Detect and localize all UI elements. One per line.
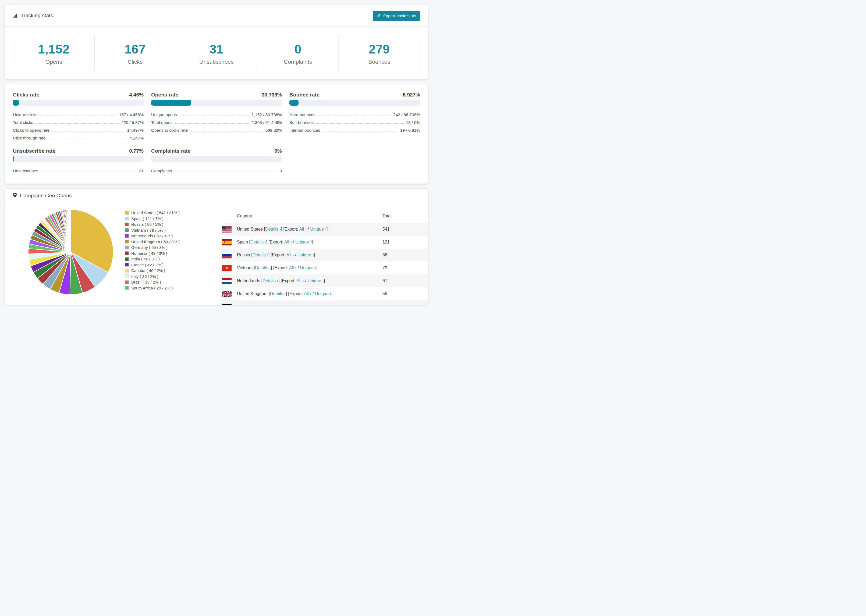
rate-stat-row: Hard bounces 242 / 86.738%	[290, 110, 420, 118]
export-unique-link[interactable]: Unique ›	[302, 304, 318, 305]
stat-label: Opens	[46, 58, 62, 65]
country-name: Netherlands	[237, 278, 260, 283]
rate-stat-label: Unsubscribes	[13, 168, 38, 174]
legend-label: United Kingdom ( 59 / 3% )	[131, 239, 179, 244]
stat-value: 279	[369, 42, 390, 57]
legend-item: Russia ( 86 / 5% )	[125, 222, 213, 227]
export-all-link[interactable]: All ›	[296, 278, 304, 283]
export-all-link[interactable]: All ›	[284, 240, 292, 244]
rate-stat-value: 18 / 0%	[406, 120, 420, 126]
legend-swatch	[125, 234, 129, 238]
table-row-gb: United Kingdom [Details ›] [Export: All …	[220, 287, 428, 300]
legend-label: Vietnam ( 79 / 5% )	[131, 228, 166, 233]
rate-stat-row: Total opens 2,303 / 61.446%	[151, 118, 282, 126]
export-all-link[interactable]: All ›	[304, 291, 312, 296]
details-link[interactable]: Details ›	[257, 304, 273, 305]
legend-label: South Africa ( 29 / 2% )	[131, 286, 173, 290]
progress-bar	[13, 156, 143, 162]
legend-swatch	[125, 269, 129, 272]
legend-item: United States ( 541 / 31% )	[125, 210, 213, 216]
country-cell: United States [Details ›] [Export: All ›…	[237, 227, 383, 232]
rates-grid: Clicks rate 4.46% Unique clicks 167 / 4.…	[13, 92, 420, 174]
stats-summary-row: 1,152 Opens 167 Clicks 31 Unsubscribes 0…	[13, 35, 420, 72]
legend-label: Spain ( 121 / 7% )	[131, 216, 164, 221]
flag-gb-icon	[222, 291, 231, 297]
stat-box-bounces: 279 Bounces	[339, 35, 420, 72]
rate-stat-value: 2,303 / 61.446%	[252, 120, 282, 126]
tracking-stats-card: Tracking stats Export basic stats 1,152 …	[5, 5, 428, 80]
rate-block-complaints-rate: Complaints rate 0% Complaints 0	[151, 148, 282, 174]
flag-nl-icon	[222, 278, 231, 284]
geo-header: Campaign Geo Opens	[5, 189, 428, 203]
geo-title: Campaign Geo Opens	[20, 193, 72, 199]
export-all-link[interactable]: All ›	[299, 227, 307, 231]
legend-swatch	[125, 228, 129, 232]
rate-rows: Unique opens 1,152 / 30.736% Total opens…	[151, 110, 282, 133]
rate-stat-row: Internal bounces 19 / 6.81%	[290, 126, 420, 133]
rate-stat-value: 19 / 6.81%	[400, 128, 420, 133]
total-cell: 86	[383, 253, 428, 258]
table-row-vn: Vietnam [Details ›] [Export: All › / Uni…	[220, 261, 428, 274]
export-basic-stats-button[interactable]: Export basic stats	[373, 11, 420, 21]
legend-label: Italy ( 36 / 2% )	[131, 274, 158, 279]
progress-bar-fill	[290, 100, 299, 105]
table-row-es: Spain [Details ›] [Export: All › / Uniqu…	[220, 236, 428, 248]
country-name: Russia	[237, 253, 250, 257]
rate-stat-value: 4.147%	[129, 136, 143, 141]
country-name: Spain	[237, 240, 248, 244]
details-link[interactable]: Details ›	[250, 240, 266, 244]
export-unique-link[interactable]: Unique ›	[298, 253, 313, 257]
country-name: Germany	[237, 304, 255, 305]
total-cell: 55	[383, 304, 428, 305]
stat-value: 0	[294, 42, 301, 57]
export-unique-link[interactable]: Unique ›	[315, 291, 331, 296]
export-unique-link[interactable]: Unique ›	[295, 240, 312, 244]
rate-stat-row: Total clicks 220 / 5.87%	[13, 118, 143, 126]
rate-stat-value: 689.82%	[265, 128, 282, 133]
legend-item: Canada ( 40 / 2% )	[125, 268, 213, 273]
legend-swatch	[125, 280, 129, 284]
details-link[interactable]: Details ›	[252, 253, 268, 257]
details-link[interactable]: Details ›	[255, 266, 271, 270]
legend-item: Vietnam ( 79 / 5% )	[125, 227, 213, 233]
export-all-link[interactable]: All ›	[289, 266, 297, 270]
country-name: United Kingdom	[237, 291, 268, 296]
export-all-link[interactable]: All ›	[287, 253, 294, 257]
table-row-us: United States [Details ›] [Export: All ›…	[220, 223, 428, 236]
legend-label: France ( 42 / 2% )	[131, 262, 164, 267]
export-icon	[377, 13, 381, 18]
dotted-leader	[35, 123, 119, 124]
rate-stat-row: Click through rate 4.147%	[13, 133, 143, 141]
country-cell: Germany [Details ›] [Export: All › / Uni…	[237, 304, 383, 305]
rate-stat-row: Clicks to opens rate 14.497%	[13, 126, 143, 133]
export-button-label: Export basic stats	[383, 13, 416, 18]
legend-label: United States ( 541 / 31% )	[131, 211, 179, 215]
rate-title: Bounce rate	[290, 92, 320, 98]
rate-stat-label: Opens to clicks rate	[151, 128, 188, 133]
rate-rows: Hard bounces 242 / 86.738% Soft bounces …	[290, 110, 420, 133]
rate-head: Opens rate 30.736%	[151, 92, 282, 98]
export-unique-link[interactable]: Unique ›	[310, 227, 326, 231]
table-row-ru: Russia [Details ›] [Export: All › / Uniq…	[220, 248, 428, 261]
rate-value: 4.46%	[129, 92, 143, 98]
rate-stat-label: Hard bounces	[290, 112, 315, 118]
export-unique-link[interactable]: Unique ›	[307, 278, 324, 283]
legend-label: Germany ( 55 / 3% )	[131, 245, 168, 250]
details-link[interactable]: Details ›	[270, 291, 286, 296]
progress-bar	[151, 156, 282, 162]
rate-stat-row: Unique clicks 167 / 4.456%	[13, 110, 143, 118]
export-unique-link[interactable]: Unique ›	[300, 266, 316, 270]
legend-swatch	[125, 251, 129, 255]
rate-stat-row: Soft bounces 18 / 0%	[290, 118, 420, 126]
rates-card: Clicks rate 4.46% Unique clicks 167 / 4.…	[5, 84, 428, 184]
export-all-link[interactable]: All ›	[291, 304, 299, 305]
stat-box-complaints: 0 Complaints	[257, 35, 339, 72]
progress-bar-fill	[13, 100, 19, 105]
country-cell: United Kingdom [Details ›] [Export: All …	[237, 291, 383, 296]
details-link[interactable]: Details ›	[263, 278, 279, 283]
legend-label: Russia ( 86 / 5% )	[131, 222, 163, 226]
stat-label: Unsubscribes	[199, 58, 233, 65]
table-body: United States [Details ›] [Export: All ›…	[220, 223, 428, 305]
details-link[interactable]: Details ›	[265, 227, 281, 231]
rate-head: Bounce rate 6.927%	[290, 92, 420, 98]
